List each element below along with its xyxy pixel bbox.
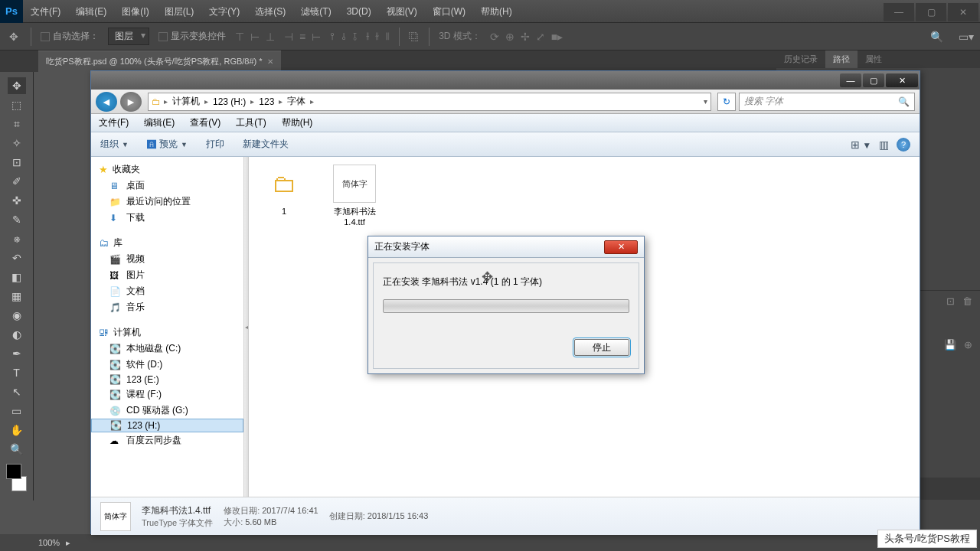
stamp-tool-icon[interactable]: ⎈ bbox=[8, 230, 26, 247]
close-button[interactable]: ✕ bbox=[886, 73, 918, 87]
layer-dropdown[interactable]: 图层 bbox=[108, 28, 149, 45]
dodge-tool-icon[interactable]: ◐ bbox=[8, 326, 26, 343]
menu-file[interactable]: 文件(F) bbox=[23, 0, 68, 23]
folder-icon: 🗀 bbox=[152, 96, 161, 107]
search-icon[interactable]: 🔍 bbox=[930, 31, 949, 43]
new-icon[interactable]: ⊕ bbox=[964, 339, 972, 350]
print-button[interactable]: 打印 bbox=[206, 138, 224, 151]
search-icon[interactable]: 🔍 bbox=[898, 96, 910, 107]
menu-3d[interactable]: 3D(D) bbox=[339, 0, 379, 23]
crumb-folder2[interactable]: 字体 bbox=[283, 95, 310, 108]
minimize-button[interactable]: — bbox=[840, 73, 861, 87]
menu-image[interactable]: 图像(I) bbox=[114, 0, 156, 23]
document-tab[interactable]: 吃货PS教程.psd @ 100% (头条号/吃货PS教程, RGB/8#) *… bbox=[38, 51, 281, 72]
show-transform-checkbox[interactable]: 显示变换控件 bbox=[158, 30, 226, 43]
lasso-tool-icon[interactable]: ⌗ bbox=[8, 116, 26, 132]
tab-close-icon[interactable]: ✕ bbox=[267, 57, 273, 66]
menu-filter[interactable]: 滤镜(T) bbox=[293, 0, 338, 23]
sidebar-item-drive-e[interactable]: 💽123 (E:) bbox=[91, 373, 243, 386]
sidebar-library-head[interactable]: 🗂库 bbox=[91, 235, 243, 251]
hand-tool-icon[interactable]: ✋ bbox=[8, 422, 26, 439]
menu-help[interactable]: 帮助(H) bbox=[473, 0, 520, 23]
menu-view[interactable]: 视图(V) bbox=[379, 0, 425, 23]
new-folder-button[interactable]: 新建文件夹 bbox=[243, 138, 289, 151]
menu-tools[interactable]: 工具(T) bbox=[236, 116, 266, 129]
save-icon[interactable]: 💾 bbox=[944, 339, 956, 350]
path-tool-icon[interactable]: ↖ bbox=[8, 383, 26, 400]
shape-tool-icon[interactable]: ▭ bbox=[8, 403, 26, 419]
close-icon[interactable]: ✕ bbox=[948, 3, 978, 21]
sidebar-item-drive-c[interactable]: 💽本地磁盘 (C:) bbox=[91, 341, 243, 357]
sidebar-item-drive-d[interactable]: 💽软件 (D:) bbox=[91, 357, 243, 373]
eyedropper-tool-icon[interactable]: ✐ bbox=[8, 173, 26, 190]
tab-props[interactable]: 属性 bbox=[858, 51, 890, 68]
back-button[interactable]: ◄ bbox=[96, 92, 117, 112]
eraser-tool-icon[interactable]: ◧ bbox=[8, 269, 26, 285]
maximize-icon[interactable]: ▢ bbox=[916, 3, 946, 21]
menu-layer[interactable]: 图层(L) bbox=[157, 0, 202, 23]
marquee-tool-icon[interactable]: ⬚ bbox=[8, 96, 26, 113]
menu-file[interactable]: 文件(F) bbox=[99, 116, 129, 129]
view-mode-icon[interactable]: ⊞ ▼ bbox=[851, 139, 871, 151]
sidebar-item-documents[interactable]: 📄文档 bbox=[91, 283, 243, 299]
menu-window[interactable]: 窗口(W) bbox=[425, 0, 473, 23]
wand-tool-icon[interactable]: ✧ bbox=[8, 135, 26, 152]
folder-item[interactable]: 🗀 1 bbox=[256, 165, 312, 217]
crumb-dropdown-icon[interactable]: ▾ bbox=[704, 97, 707, 106]
sidebar-item-drive-h[interactable]: 💽123 (H:) bbox=[91, 419, 243, 432]
crumb-folder1[interactable]: 123 bbox=[254, 96, 279, 107]
sidebar-item-music[interactable]: 🎵音乐 bbox=[91, 299, 243, 315]
sidebar-item-pictures[interactable]: 🖼图片 bbox=[91, 267, 243, 283]
auto-select-checkbox[interactable]: 自动选择： bbox=[41, 30, 99, 43]
sidebar-computer-head[interactable]: 🖳计算机 bbox=[91, 324, 243, 341]
crumb-drive[interactable]: 123 (H:) bbox=[208, 96, 250, 107]
type-tool-icon[interactable]: T bbox=[8, 364, 26, 381]
explorer-titlebar[interactable]: — ▢ ✕ bbox=[91, 71, 920, 90]
color-swatch[interactable] bbox=[3, 464, 30, 491]
sidebar-item-drive-g[interactable]: 💿CD 驱动器 (G:) bbox=[91, 403, 243, 419]
history-brush-icon[interactable]: ↶ bbox=[8, 249, 26, 266]
sidebar-item-recent[interactable]: 📁最近访问的位置 bbox=[91, 194, 243, 210]
help-icon[interactable]: ? bbox=[897, 138, 910, 152]
maximize-button[interactable]: ▢ bbox=[863, 73, 884, 87]
pen-tool-icon[interactable]: ✒ bbox=[8, 345, 26, 362]
link-icon[interactable]: ⊡ bbox=[946, 295, 955, 307]
brush-tool-icon[interactable]: ✎ bbox=[8, 211, 26, 228]
crumb-computer[interactable]: 计算机 bbox=[168, 95, 204, 108]
tab-history[interactable]: 历史记录 bbox=[776, 51, 825, 68]
sidebar-item-drive-f[interactable]: 💽课程 (F:) bbox=[91, 386, 243, 403]
stop-button[interactable]: 停止 bbox=[574, 339, 629, 356]
menu-type[interactable]: 文字(Y) bbox=[201, 0, 247, 23]
menu-select[interactable]: 选择(S) bbox=[247, 0, 293, 23]
dialog-titlebar[interactable]: 正在安装字体 ✕ bbox=[368, 236, 644, 258]
breadcrumb[interactable]: 🗀 ▸ 计算机▸ 123 (H:)▸ 123▸ 字体▸ ▾ bbox=[148, 93, 711, 111]
sidebar-favorites-head[interactable]: ★收藏夹 bbox=[91, 161, 243, 178]
crop-tool-icon[interactable]: ⊡ bbox=[8, 154, 26, 171]
dialog-close-button[interactable]: ✕ bbox=[604, 240, 638, 254]
tab-paths[interactable]: 路径 bbox=[825, 51, 858, 68]
trash-icon[interactable]: 🗑 bbox=[962, 295, 972, 307]
organize-button[interactable]: 组织▼ bbox=[100, 138, 129, 151]
menu-help[interactable]: 帮助(H) bbox=[282, 116, 313, 129]
refresh-button[interactable]: ↻ bbox=[717, 93, 736, 111]
sidebar-item-video[interactable]: 🎬视频 bbox=[91, 251, 243, 267]
sidebar-item-baidu[interactable]: ☁百度云同步盘 bbox=[91, 432, 243, 448]
blur-tool-icon[interactable]: ◉ bbox=[8, 307, 26, 324]
sidebar-item-desktop[interactable]: 🖥桌面 bbox=[91, 178, 243, 194]
search-input[interactable]: 搜索 字体🔍 bbox=[739, 93, 915, 111]
gradient-tool-icon[interactable]: ▦ bbox=[8, 288, 26, 305]
minimize-icon[interactable]: — bbox=[884, 3, 914, 21]
preview-button[interactable]: 🅰预览▼ bbox=[147, 138, 188, 151]
sidebar-item-downloads[interactable]: ⬇下载 bbox=[91, 210, 243, 226]
zoom-tool-icon[interactable]: 🔍 bbox=[8, 441, 26, 458]
preview-pane-icon[interactable]: ▥ bbox=[879, 139, 889, 151]
menu-view[interactable]: 查看(V) bbox=[190, 116, 220, 129]
font-file-item[interactable]: 简体字 李旭科书法1.4.ttf bbox=[327, 165, 382, 228]
menu-edit[interactable]: 编辑(E) bbox=[144, 116, 175, 129]
zoom-level[interactable]: 100% bbox=[38, 538, 60, 547]
move-tool-icon[interactable]: ✥ bbox=[8, 77, 26, 94]
forward-button[interactable]: ► bbox=[120, 92, 142, 112]
heal-tool-icon[interactable]: ✜ bbox=[8, 192, 26, 209]
menu-edit[interactable]: 编辑(E) bbox=[68, 0, 114, 23]
workspace-icon[interactable]: ▭▾ bbox=[959, 29, 974, 44]
